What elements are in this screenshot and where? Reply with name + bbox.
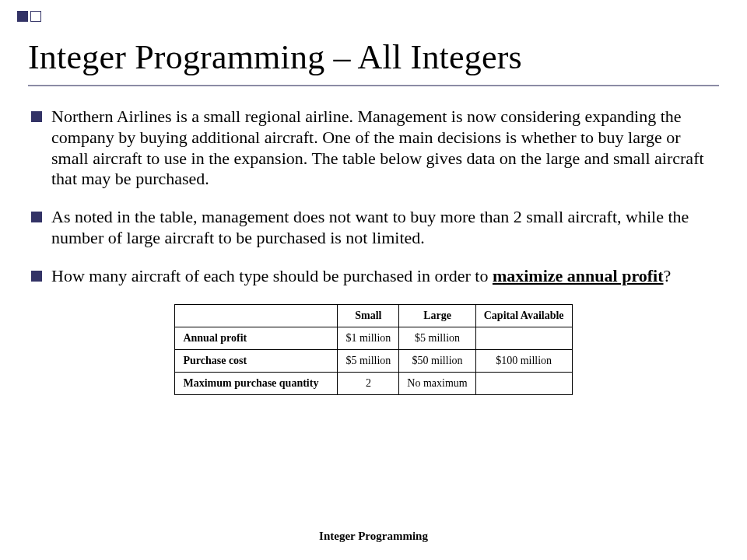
slide-title: Integer Programming – All Integers [28,37,719,77]
table-header-cell [175,304,338,327]
bullet-emphasis: maximize annual profit [493,266,664,285]
table-cell: $1 million [338,327,399,349]
table-cell [475,327,572,349]
slide-footer: Integer Programming [0,530,747,543]
bullet-text: Northern Airlines is a small regional ai… [51,107,716,190]
table-header-cell: Capital Available [475,304,572,327]
bullet-prefix: How many aircraft of each type should be… [51,266,493,285]
bullet-suffix: ? [664,266,672,285]
bullet-icon [31,111,42,122]
bullet-text: As noted in the table, management does n… [51,207,716,249]
bullet-icon [31,212,42,222]
bullet-item: As noted in the table, management does n… [31,207,716,249]
table-cell: $5 million [399,327,475,349]
bullet-list: Northern Airlines is a small regional ai… [28,107,719,287]
table-header-cell: Small [338,304,399,327]
bullet-item: Northern Airlines is a small regional ai… [31,107,716,190]
table-cell: $100 million [475,349,572,372]
table-cell: 2 [338,372,399,394]
corner-decoration [17,11,41,22]
aircraft-table: Small Large Capital Available Annual pro… [174,304,572,395]
table-row: Annual profit $1 million $5 million [175,327,572,349]
bullet-item: How many aircraft of each type should be… [31,266,716,287]
slide-body: Integer Programming – All Integers North… [0,0,747,395]
table-row: Purchase cost $5 million $50 million $10… [175,349,572,372]
table-row-label: Purchase cost [175,349,338,372]
table-row-label: Maximum purchase quantity [175,372,338,394]
bullet-icon [31,271,42,282]
decoration-square-filled [17,11,28,22]
title-underline [28,85,719,86]
table-header-cell: Large [399,304,475,327]
table-row: Maximum purchase quantity 2 No maximum [175,372,572,394]
table-cell: No maximum [399,372,475,394]
table-cell [475,372,572,394]
table-container: Small Large Capital Available Annual pro… [28,304,719,395]
table-header-row: Small Large Capital Available [175,304,572,327]
decoration-square-outline [30,11,41,22]
table-cell: $5 million [338,349,399,372]
bullet-text: How many aircraft of each type should be… [51,266,716,287]
table-row-label: Annual profit [175,327,338,349]
table-cell: $50 million [399,349,475,372]
